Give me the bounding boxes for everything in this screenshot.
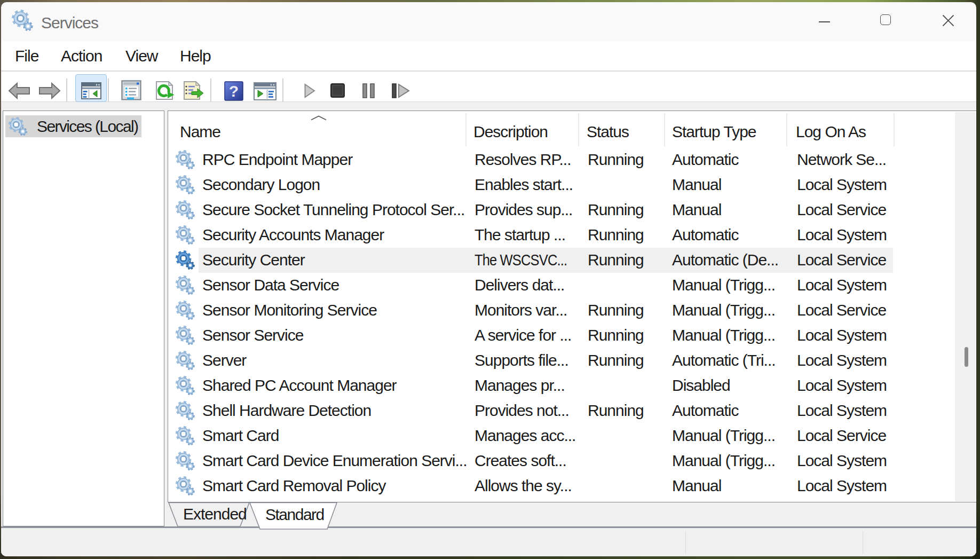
svg-text:?: ?: [229, 82, 239, 100]
